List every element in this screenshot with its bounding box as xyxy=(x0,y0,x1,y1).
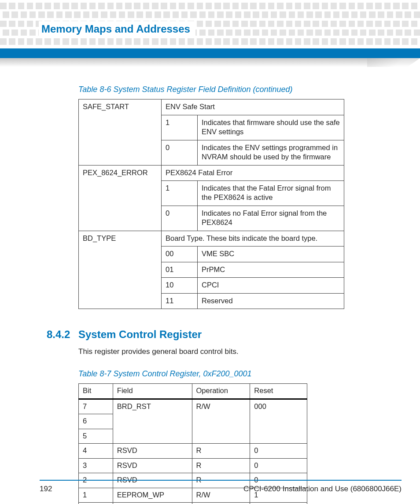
cell-field: RSVD xyxy=(113,458,192,473)
cell-bit: 6 xyxy=(79,414,113,429)
cell-field: RSVD xyxy=(113,502,192,504)
field-value: 0 xyxy=(162,206,198,231)
header-gray-wedge xyxy=(0,58,420,67)
col-bit: Bit xyxy=(79,384,113,399)
table-row: PEX_8624_ERRORPEX8624 Fatal Error xyxy=(79,165,344,180)
cell-operation: R xyxy=(192,502,250,504)
cell-operation: R xyxy=(192,444,250,458)
cell-reset: 0 xyxy=(250,458,307,473)
page-footer: 192 CPCI-6200 Installation and Use (6806… xyxy=(0,480,420,494)
col-operation: Operation xyxy=(192,384,250,399)
field-description: Indicates no Fatal Error signal from the… xyxy=(198,206,344,231)
chapter-title: Memory Maps and Addresses xyxy=(39,21,195,37)
field-heading: Board Type. These bits indicate the boar… xyxy=(162,231,344,246)
field-value: 10 xyxy=(162,278,198,293)
section-number: 8.4.2 xyxy=(47,327,70,341)
cell-operation: R/W xyxy=(192,399,250,443)
page-header: Memory Maps and Addresses xyxy=(0,0,420,66)
cell-reset: 000 xyxy=(250,399,307,443)
field-heading: PEX8624 Fatal Error xyxy=(162,165,344,180)
col-reset: Reset xyxy=(250,384,307,399)
cell-bit: 0 xyxy=(79,502,113,504)
cell-operation: R xyxy=(192,458,250,473)
document-id: CPCI-6200 Installation and Use (6806800J… xyxy=(243,484,402,494)
cell-field: BRD_RST xyxy=(113,399,192,443)
cell-bit: 4 xyxy=(79,444,113,458)
field-heading: ENV Safe Start xyxy=(162,99,344,115)
table-8-6: SAFE_STARTENV Safe Start1Indicates that … xyxy=(78,99,344,309)
section-heading: 8.4.2 System Control Register xyxy=(40,327,380,341)
table-row: 4RSVDR0 xyxy=(79,444,307,458)
cell-reset: 0 xyxy=(250,444,307,458)
field-value: 1 xyxy=(162,115,198,140)
section-title: System Control Register xyxy=(78,327,202,341)
table-row: 7BRD_RSTR/W000 xyxy=(79,399,307,414)
field-description: VME SBC xyxy=(198,246,344,262)
table-row: 0RSVDR0 xyxy=(79,502,307,504)
field-value: 1 xyxy=(162,181,198,206)
cell-bit: 7 xyxy=(79,399,113,414)
page-content: Table 8-6 System Status Register Field D… xyxy=(0,75,420,504)
field-value: 01 xyxy=(162,262,198,277)
table-8-6-caption: Table 8-6 System Status Register Field D… xyxy=(78,85,380,95)
cell-bit: 5 xyxy=(79,429,113,443)
field-description: Indicates that firmware should use the s… xyxy=(198,115,344,140)
field-description: CPCI xyxy=(198,278,344,293)
page-number: 192 xyxy=(40,484,52,494)
field-description: Reserved xyxy=(198,293,344,309)
table-row: 3RSVDR0 xyxy=(79,458,307,473)
table-row: BD_TYPEBoard Type. These bits indicate t… xyxy=(79,231,344,246)
col-field: Field xyxy=(113,384,192,399)
table-8-7-caption: Table 8-7 System Control Register, 0xF20… xyxy=(78,369,380,379)
table-row: SAFE_STARTENV Safe Start xyxy=(79,99,344,115)
field-name: PEX_8624_ERROR xyxy=(79,165,162,231)
cell-bit: 3 xyxy=(79,458,113,473)
table-header-row: Bit Field Operation Reset xyxy=(79,384,307,399)
field-name: BD_TYPE xyxy=(79,231,162,309)
field-value: 00 xyxy=(162,246,198,262)
section-intro-text: This register provides general board con… xyxy=(78,347,380,357)
cell-reset: 0 xyxy=(250,502,307,504)
field-description: Indicates that the Fatal Error signal fr… xyxy=(198,181,344,206)
cell-field: RSVD xyxy=(113,444,192,458)
field-value: 0 xyxy=(162,140,198,165)
field-value: 11 xyxy=(162,293,198,309)
field-name: SAFE_START xyxy=(79,99,162,165)
field-description: Indicates the ENV settings programmed in… xyxy=(198,140,344,165)
header-blue-bar xyxy=(0,48,420,58)
field-description: PrPMC xyxy=(198,262,344,277)
